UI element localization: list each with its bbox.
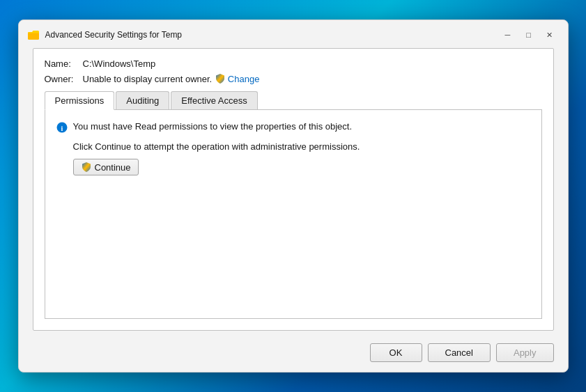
continue-button[interactable]: Continue [73, 159, 139, 175]
owner-label: Owner: [45, 74, 83, 84]
title-bar-controls: ─ □ ✕ [498, 27, 560, 42]
close-button[interactable]: ✕ [540, 27, 560, 42]
tab-auditing[interactable]: Auditing [116, 91, 169, 109]
owner-row: Owner: Unable to display current owner. [45, 73, 542, 84]
folder-icon [27, 29, 40, 41]
tabs-bar: Permissions Auditing Effective Access [45, 91, 542, 110]
change-link[interactable]: Change [215, 73, 260, 84]
svg-rect-0 [28, 32, 39, 40]
tab-effective-access[interactable]: Effective Access [171, 91, 257, 109]
tab-content-area: i You must have Read permissions to view… [45, 110, 542, 319]
name-row: Name: C:\Windows\Temp [45, 58, 542, 69]
tab-permissions[interactable]: Permissions [45, 91, 115, 110]
info-icon: i [56, 122, 68, 133]
cancel-button[interactable]: Cancel [428, 343, 491, 362]
owner-value: Unable to display current owner. [83, 74, 213, 84]
continue-label: Continue [95, 162, 131, 173]
info-message-row: i You must have Read permissions to view… [56, 121, 530, 133]
minimize-button[interactable]: ─ [498, 27, 518, 42]
apply-button[interactable]: Apply [496, 343, 554, 362]
svg-text:i: i [61, 125, 63, 132]
info-text: You must have Read permissions to view t… [73, 121, 353, 132]
dialog-title: Advanced Security Settings for Temp [45, 30, 493, 40]
name-value: C:\Windows\Temp [83, 58, 156, 69]
dialog-window: Advanced Security Settings for Temp ─ □ … [18, 19, 569, 373]
click-continue-text: Click Continue to attempt the operation … [73, 141, 530, 152]
continue-shield-icon [81, 162, 92, 173]
ok-button[interactable]: OK [370, 343, 422, 362]
title-bar: Advanced Security Settings for Temp ─ □ … [19, 20, 568, 48]
maximize-button[interactable]: □ [519, 27, 539, 42]
change-label: Change [228, 74, 260, 84]
name-label: Name: [45, 58, 83, 69]
dialog-footer: OK Cancel Apply [19, 338, 568, 372]
dialog-content-box: Name: C:\Windows\Temp Owner: Unable to d… [33, 48, 554, 331]
shield-change-icon [215, 73, 226, 84]
